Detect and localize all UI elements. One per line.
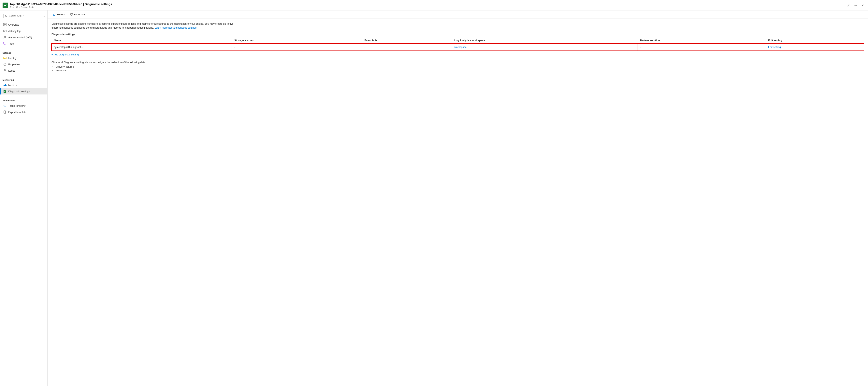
search-icon — [5, 15, 8, 18]
sidebar-item-label: Properties — [8, 63, 20, 66]
sidebar-item-overview[interactable]: Overview — [0, 22, 48, 28]
sidebar-item-properties[interactable]: Properties — [0, 61, 48, 67]
svg-point-10 — [4, 36, 5, 37]
activity-log-icon — [3, 29, 7, 33]
svg-rect-4 — [5, 23, 6, 25]
svg-rect-5 — [4, 25, 5, 26]
body-layout: « Overview — [0, 10, 868, 386]
sidebar-item-label: Overview — [8, 23, 19, 26]
svg-point-13 — [4, 58, 5, 59]
workspace-link[interactable]: workspace — [454, 45, 467, 49]
close-button[interactable]: ✕ — [860, 3, 865, 8]
svg-line-2 — [7, 17, 7, 17]
sidebar-item-tags[interactable]: Tags — [0, 40, 48, 47]
sidebar-item-label: Metrics — [8, 84, 17, 87]
app-icon — [3, 3, 8, 8]
cell-log-analytics: workspace — [452, 43, 638, 51]
title-text: topic01stg-811a624a-8a77-437e-89de-dfeb5… — [10, 2, 846, 8]
sidebar-item-diagnostic-settings[interactable]: Diagnostic settings — [0, 88, 48, 94]
page-title: topic01stg-811a624a-8a77-437e-89de-dfeb5… — [10, 2, 846, 6]
sidebar-item-label: Locks — [8, 69, 15, 72]
toolbar: Refresh Feedback — [48, 10, 868, 19]
pin-button[interactable] — [846, 3, 851, 8]
iam-icon — [3, 35, 7, 39]
svg-rect-28 — [4, 111, 5, 113]
col-log-analytics: Log Analytics workspace — [452, 37, 638, 43]
svg-rect-20 — [4, 85, 4, 86]
overview-icon — [3, 23, 7, 26]
table-row: systemtopic01-diagnosti... - - workspace… — [52, 43, 864, 51]
cell-event-hub: - — [362, 43, 452, 51]
sidebar-divider-3 — [0, 96, 48, 96]
svg-rect-21 — [4, 85, 5, 86]
sidebar-item-label: Tasks (preview) — [8, 104, 26, 107]
locks-icon — [3, 69, 7, 72]
learn-more-link[interactable]: Learn more about diagnostic settings — [154, 26, 196, 29]
add-diagnostic-setting-button[interactable]: + Add diagnostic setting — [52, 52, 79, 58]
tasks-icon — [3, 104, 7, 107]
sidebar: « Overview — [0, 10, 48, 386]
description-text: Diagnostic settings are used to configur… — [52, 22, 241, 30]
sidebar-item-label: Tags — [8, 42, 13, 45]
diagnostic-settings-icon — [3, 90, 7, 93]
azure-portal-window: topic01stg-811a624a-8a77-437e-89de-dfeb5… — [0, 0, 868, 386]
diagnostic-settings-section-title: Diagnostic settings — [52, 33, 864, 36]
feedback-button[interactable]: Feedback — [68, 12, 87, 17]
col-name: Name — [52, 37, 232, 43]
table-body: systemtopic01-diagnosti... - - workspace… — [52, 43, 864, 51]
svg-point-26 — [5, 105, 6, 106]
sidebar-item-label: Activity log — [8, 30, 21, 33]
cell-storage-account: - — [232, 43, 362, 51]
refresh-icon — [53, 13, 56, 16]
table-header-row: Name Storage account Event hub Log Analy… — [52, 37, 864, 43]
diagnostic-settings-table: Name Storage account Event hub Log Analy… — [52, 37, 864, 51]
edit-setting-link[interactable]: Edit setting — [768, 45, 781, 49]
sidebar-item-identity[interactable]: Identity — [0, 55, 48, 61]
main-content: Refresh Feedback Diagnostic settings are… — [48, 10, 868, 386]
svg-point-1 — [5, 15, 7, 17]
settings-section-label: Settings — [0, 49, 48, 55]
identity-icon — [3, 56, 7, 60]
bullet-item-all-metrics: AllMetrics — [56, 69, 864, 72]
sidebar-item-export-template[interactable]: Export template — [0, 109, 48, 115]
cell-name: systemtopic01-diagnosti... — [52, 43, 232, 51]
sidebar-item-label: Diagnostic settings — [8, 90, 30, 93]
sidebar-item-label: Export template — [8, 111, 26, 114]
col-edit-setting: Edit setting — [766, 37, 864, 43]
click-info-text: Click 'Add Diagnostic setting' above to … — [52, 61, 864, 64]
svg-point-25 — [4, 105, 5, 106]
page-subtitle: Event Grid System Topic — [10, 6, 846, 8]
title-bar: topic01stg-811a624a-8a77-437e-89de-dfeb5… — [0, 0, 868, 10]
sidebar-item-activity-log[interactable]: Activity log — [0, 28, 48, 34]
sidebar-item-iam[interactable]: Access control (IAM) — [0, 34, 48, 40]
sidebar-item-label: Access control (IAM) — [8, 36, 32, 39]
cell-edit-setting: Edit setting — [766, 43, 864, 51]
sidebar-divider-1 — [0, 48, 48, 48]
title-bar-actions: ⋯ ✕ — [846, 3, 865, 8]
sidebar-item-tasks[interactable]: Tasks (preview) — [0, 103, 48, 109]
sidebar-item-metrics[interactable]: Metrics — [0, 82, 48, 88]
more-button[interactable]: ⋯ — [853, 3, 858, 8]
table-header: Name Storage account Event hub Log Analy… — [52, 37, 864, 43]
svg-rect-7 — [4, 30, 6, 32]
sidebar-search-container — [3, 13, 40, 18]
sidebar-item-locks[interactable]: Locks — [0, 67, 48, 74]
monitoring-section-label: Monitoring — [0, 76, 48, 82]
automation-section-label: Automation — [0, 97, 48, 103]
col-event-hub: Event hub — [362, 37, 452, 43]
svg-rect-23 — [6, 85, 6, 86]
sidebar-item-label: Identity — [8, 57, 17, 60]
search-input[interactable] — [9, 14, 38, 18]
tags-icon — [3, 42, 7, 45]
svg-rect-6 — [5, 25, 6, 26]
refresh-button[interactable]: Refresh — [51, 12, 67, 17]
bullet-list: DeliveryFailures AllMetrics — [56, 65, 864, 72]
svg-rect-22 — [5, 84, 6, 86]
export-template-icon — [3, 110, 7, 114]
sidebar-collapse-button[interactable]: « — [42, 14, 46, 19]
svg-rect-19 — [4, 70, 6, 72]
content-area: Diagnostic settings are used to configur… — [48, 19, 868, 386]
col-storage-account: Storage account — [232, 37, 362, 43]
col-partner-solution: Partner solution — [638, 37, 766, 43]
bullet-item-delivery-failures: DeliveryFailures — [56, 65, 864, 68]
